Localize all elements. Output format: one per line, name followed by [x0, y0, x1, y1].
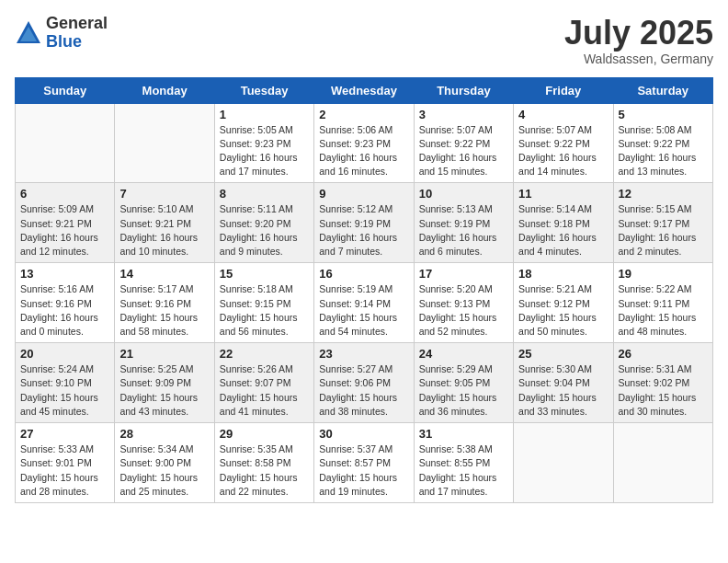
day-number: 4 — [518, 108, 608, 121]
day-info: Sunrise: 5:14 AM Sunset: 9:18 PM Dayligh… — [518, 202, 608, 259]
day-info: Sunrise: 5:16 AM Sunset: 9:16 PM Dayligh… — [20, 282, 109, 339]
calendar-day-cell: 21Sunrise: 5:25 AM Sunset: 9:09 PM Dayli… — [115, 343, 214, 423]
logo: General Blue — [15, 15, 108, 52]
calendar-day-cell — [514, 423, 613, 503]
calendar-week-row: 1Sunrise: 5:05 AM Sunset: 9:23 PM Daylig… — [16, 103, 713, 183]
weekday-header-friday: Friday — [514, 77, 613, 103]
calendar-day-cell: 15Sunrise: 5:18 AM Sunset: 9:15 PM Dayli… — [214, 263, 313, 343]
calendar-day-cell: 1Sunrise: 5:05 AM Sunset: 9:23 PM Daylig… — [214, 103, 313, 183]
calendar-day-cell: 20Sunrise: 5:24 AM Sunset: 9:10 PM Dayli… — [16, 343, 115, 423]
logo-general: General — [46, 15, 108, 33]
day-info: Sunrise: 5:09 AM Sunset: 9:21 PM Dayligh… — [20, 202, 109, 259]
weekday-header-saturday: Saturday — [613, 77, 712, 103]
calendar-day-cell: 23Sunrise: 5:27 AM Sunset: 9:06 PM Dayli… — [314, 343, 414, 423]
day-number: 17 — [419, 267, 508, 281]
calendar-day-cell: 10Sunrise: 5:13 AM Sunset: 9:19 PM Dayli… — [414, 183, 513, 263]
weekday-header-wednesday: Wednesday — [314, 77, 414, 103]
day-number: 15 — [220, 267, 309, 281]
day-info: Sunrise: 5:18 AM Sunset: 9:15 PM Dayligh… — [220, 282, 309, 339]
day-number: 10 — [419, 187, 508, 201]
weekday-header-thursday: Thursday — [414, 77, 513, 103]
calendar-day-cell — [16, 103, 115, 183]
calendar-day-cell — [115, 103, 214, 183]
calendar-day-cell: 17Sunrise: 5:20 AM Sunset: 9:13 PM Dayli… — [414, 263, 513, 343]
calendar-day-cell: 4Sunrise: 5:07 AM Sunset: 9:22 PM Daylig… — [514, 103, 613, 183]
day-number: 1 — [220, 108, 309, 121]
calendar-day-cell: 9Sunrise: 5:12 AM Sunset: 9:19 PM Daylig… — [314, 183, 414, 263]
calendar-day-cell: 22Sunrise: 5:26 AM Sunset: 9:07 PM Dayli… — [214, 343, 313, 423]
day-number: 14 — [119, 267, 209, 281]
page-header: General Blue July 2025 Waldsassen, Germa… — [15, 15, 713, 66]
calendar-day-cell: 27Sunrise: 5:33 AM Sunset: 9:01 PM Dayli… — [16, 423, 115, 503]
day-number: 18 — [518, 267, 608, 281]
day-info: Sunrise: 5:27 AM Sunset: 9:06 PM Dayligh… — [319, 362, 408, 419]
calendar-day-cell: 8Sunrise: 5:11 AM Sunset: 9:20 PM Daylig… — [214, 183, 313, 263]
day-info: Sunrise: 5:19 AM Sunset: 9:14 PM Dayligh… — [319, 282, 408, 339]
day-info: Sunrise: 5:22 AM Sunset: 9:11 PM Dayligh… — [619, 282, 708, 339]
day-number: 29 — [220, 427, 309, 441]
day-number: 13 — [20, 267, 109, 281]
day-number: 20 — [20, 347, 109, 361]
day-info: Sunrise: 5:08 AM Sunset: 9:22 PM Dayligh… — [619, 123, 708, 179]
day-number: 9 — [319, 187, 408, 201]
day-info: Sunrise: 5:10 AM Sunset: 9:21 PM Dayligh… — [119, 202, 209, 259]
day-info: Sunrise: 5:34 AM Sunset: 9:00 PM Dayligh… — [119, 442, 209, 499]
day-info: Sunrise: 5:26 AM Sunset: 9:07 PM Dayligh… — [220, 362, 309, 419]
calendar-day-cell: 25Sunrise: 5:30 AM Sunset: 9:04 PM Dayli… — [514, 343, 613, 423]
day-number: 12 — [619, 187, 708, 201]
month-title: July 2025 — [564, 15, 713, 52]
day-info: Sunrise: 5:12 AM Sunset: 9:19 PM Dayligh… — [319, 202, 408, 259]
title-block: July 2025 Waldsassen, Germany — [564, 15, 713, 66]
day-info: Sunrise: 5:21 AM Sunset: 9:12 PM Dayligh… — [518, 282, 608, 339]
day-info: Sunrise: 5:20 AM Sunset: 9:13 PM Dayligh… — [419, 282, 508, 339]
day-number: 26 — [619, 347, 708, 361]
calendar-day-cell: 5Sunrise: 5:08 AM Sunset: 9:22 PM Daylig… — [613, 103, 712, 183]
calendar-table: SundayMondayTuesdayWednesdayThursdayFrid… — [15, 77, 713, 503]
day-info: Sunrise: 5:38 AM Sunset: 8:55 PM Dayligh… — [419, 442, 508, 499]
calendar-day-cell: 24Sunrise: 5:29 AM Sunset: 9:05 PM Dayli… — [414, 343, 513, 423]
day-info: Sunrise: 5:15 AM Sunset: 9:17 PM Dayligh… — [619, 202, 708, 259]
day-info: Sunrise: 5:33 AM Sunset: 9:01 PM Dayligh… — [20, 442, 109, 499]
day-number: 30 — [319, 427, 408, 441]
calendar-day-cell: 14Sunrise: 5:17 AM Sunset: 9:16 PM Dayli… — [115, 263, 214, 343]
day-number: 28 — [119, 427, 209, 441]
calendar-day-cell: 6Sunrise: 5:09 AM Sunset: 9:21 PM Daylig… — [16, 183, 115, 263]
day-number: 22 — [220, 347, 309, 361]
day-number: 16 — [319, 267, 408, 281]
calendar-day-cell: 13Sunrise: 5:16 AM Sunset: 9:16 PM Dayli… — [16, 263, 115, 343]
day-number: 31 — [419, 427, 508, 441]
day-number: 24 — [419, 347, 508, 361]
day-number: 3 — [419, 108, 508, 121]
calendar-day-cell — [613, 423, 712, 503]
day-info: Sunrise: 5:29 AM Sunset: 9:05 PM Dayligh… — [419, 362, 508, 419]
day-number: 2 — [319, 108, 408, 121]
calendar-day-cell: 29Sunrise: 5:35 AM Sunset: 8:58 PM Dayli… — [214, 423, 313, 503]
weekday-header-monday: Monday — [115, 77, 214, 103]
day-number: 8 — [220, 187, 309, 201]
calendar-day-cell: 30Sunrise: 5:37 AM Sunset: 8:57 PM Dayli… — [314, 423, 414, 503]
day-number: 6 — [20, 187, 109, 201]
calendar-day-cell: 11Sunrise: 5:14 AM Sunset: 9:18 PM Dayli… — [514, 183, 613, 263]
location: Waldsassen, Germany — [564, 52, 713, 66]
day-info: Sunrise: 5:37 AM Sunset: 8:57 PM Dayligh… — [319, 442, 408, 499]
day-info: Sunrise: 5:17 AM Sunset: 9:16 PM Dayligh… — [119, 282, 209, 339]
calendar-day-cell: 31Sunrise: 5:38 AM Sunset: 8:55 PM Dayli… — [414, 423, 513, 503]
day-number: 27 — [20, 427, 109, 441]
day-number: 25 — [518, 347, 608, 361]
calendar-day-cell: 18Sunrise: 5:21 AM Sunset: 9:12 PM Dayli… — [514, 263, 613, 343]
calendar-week-row: 20Sunrise: 5:24 AM Sunset: 9:10 PM Dayli… — [16, 343, 713, 423]
day-info: Sunrise: 5:11 AM Sunset: 9:20 PM Dayligh… — [220, 202, 309, 259]
calendar-day-cell: 3Sunrise: 5:07 AM Sunset: 9:22 PM Daylig… — [414, 103, 513, 183]
logo-icon — [15, 19, 42, 47]
day-number: 11 — [518, 187, 608, 201]
day-info: Sunrise: 5:07 AM Sunset: 9:22 PM Dayligh… — [419, 123, 508, 179]
calendar-week-row: 6Sunrise: 5:09 AM Sunset: 9:21 PM Daylig… — [16, 183, 713, 263]
calendar-day-cell: 26Sunrise: 5:31 AM Sunset: 9:02 PM Dayli… — [613, 343, 712, 423]
calendar-day-cell: 16Sunrise: 5:19 AM Sunset: 9:14 PM Dayli… — [314, 263, 414, 343]
calendar-day-cell: 2Sunrise: 5:06 AM Sunset: 9:23 PM Daylig… — [314, 103, 414, 183]
day-info: Sunrise: 5:35 AM Sunset: 8:58 PM Dayligh… — [220, 442, 309, 499]
day-info: Sunrise: 5:31 AM Sunset: 9:02 PM Dayligh… — [619, 362, 708, 419]
calendar-day-cell: 28Sunrise: 5:34 AM Sunset: 9:00 PM Dayli… — [115, 423, 214, 503]
day-number: 7 — [119, 187, 209, 201]
day-info: Sunrise: 5:07 AM Sunset: 9:22 PM Dayligh… — [518, 123, 608, 179]
